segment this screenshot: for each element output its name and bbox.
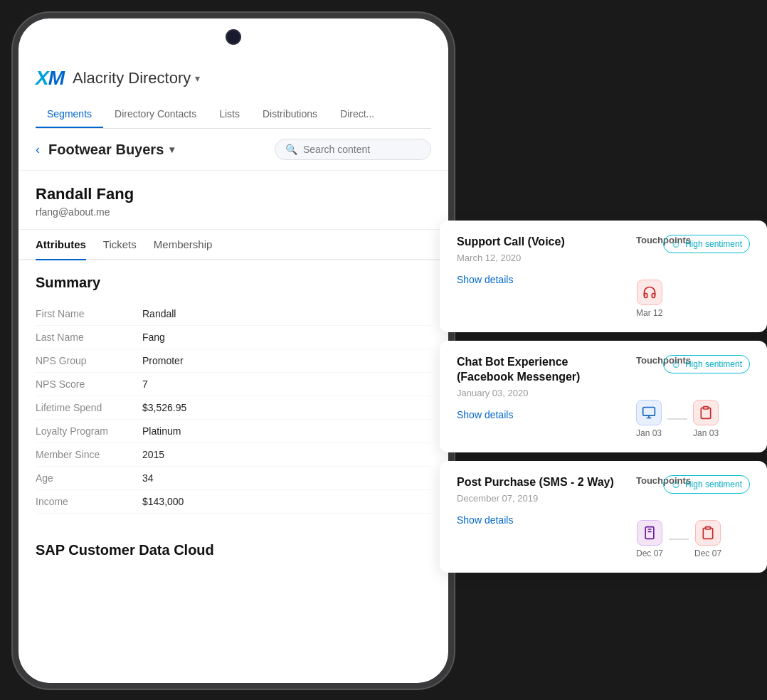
- sentiment-badge-chatbot: ☺ High sentiment: [663, 355, 750, 373]
- journey-card-postpurchase: Post Purchase (SMS - 2 Way) December 07,…: [440, 461, 767, 573]
- tp-date-clipboard-postpurchase: Dec 07: [694, 548, 721, 558]
- tab-distributions[interactable]: Distributions: [251, 101, 329, 128]
- card-title-support: Support Call (Voice): [457, 235, 619, 250]
- phone-shell: XM Alacrity Directory ▾ Segments Directo…: [13, 13, 454, 689]
- tp-item-sms: Dec 07: [636, 520, 663, 558]
- touchpoint-row-chatbot: Jan 03 Jan 03: [636, 400, 719, 438]
- sentiment-icon-support: ☺: [671, 238, 681, 250]
- segment-bar: ‹ Footwear Buyers ▾ 🔍: [18, 129, 448, 171]
- attr-value-firstname: Randall: [142, 308, 176, 319]
- logo-row: XM Alacrity Directory ▾: [36, 67, 431, 90]
- attr-row-npsgroup: NPS Group Promoter: [36, 349, 431, 373]
- back-button[interactable]: ‹: [36, 142, 40, 157]
- summary-section: Summary First Name Randall Last Name Fan…: [18, 260, 448, 528]
- sms-icon: [637, 520, 662, 546]
- tab-direct[interactable]: Direct...: [329, 101, 386, 128]
- attr-value-age: 34: [142, 472, 154, 484]
- card-left-postpurchase: Post Purchase (SMS - 2 Way) December 07,…: [457, 475, 619, 526]
- sentiment-badge-support: ☺ High sentiment: [663, 235, 750, 253]
- attr-row-age: Age 34: [36, 467, 431, 490]
- tp-connector-postpurchase: [669, 539, 689, 540]
- attr-value-membersince: 2015: [142, 449, 164, 460]
- attr-value-npsgroup: Promoter: [142, 355, 184, 366]
- search-icon: 🔍: [285, 144, 297, 155]
- sub-tab-attributes[interactable]: Attributes: [36, 230, 86, 260]
- app-header: XM Alacrity Directory ▾ Segments Directo…: [18, 55, 448, 129]
- attr-label-firstname: First Name: [36, 308, 142, 319]
- card-date-postpurchase: December 07, 2019: [457, 493, 619, 504]
- tab-lists[interactable]: Lists: [208, 101, 251, 128]
- card-left-chatbot: Chat Bot Experience (Facebook Messenger)…: [457, 355, 619, 421]
- sub-tab-tickets[interactable]: Tickets: [103, 230, 137, 260]
- touchpoint-row-support: Mar 12: [636, 280, 662, 318]
- nav-tabs: Segments Directory Contacts Lists Distri…: [36, 101, 431, 129]
- sentiment-text-chatbot: High sentiment: [685, 359, 742, 369]
- app-title-chevron: ▾: [195, 73, 200, 84]
- tp-date-headset: Mar 12: [636, 308, 662, 318]
- card-date-chatbot: January 03, 2020: [457, 388, 619, 398]
- attr-row-firstname: First Name Randall: [36, 302, 431, 326]
- contact-name: Randall Fang: [36, 185, 431, 203]
- journey-card-chatbot: Chat Bot Experience (Facebook Messenger)…: [440, 341, 767, 452]
- tp-item-browser: Jan 03: [636, 400, 662, 438]
- clipboard-icon-postpurchase: [695, 520, 721, 546]
- attr-value-lifetimespend: $3,526.95: [142, 402, 186, 413]
- sentiment-text-support: High sentiment: [685, 239, 742, 249]
- headset-icon: [637, 280, 662, 305]
- svg-rect-0: [643, 408, 655, 416]
- attr-label-npsscore: NPS Score: [36, 378, 142, 390]
- tab-directory-contacts[interactable]: Directory Contacts: [103, 101, 208, 128]
- svg-rect-4: [706, 527, 711, 529]
- phone-camera: [226, 29, 241, 45]
- card-title-postpurchase: Post Purchase (SMS - 2 Way): [457, 475, 619, 490]
- tp-date-clipboard-chatbot: Jan 03: [693, 428, 719, 438]
- tp-item-clipboard-postpurchase: Dec 07: [694, 520, 721, 558]
- attr-label-income: Income: [36, 496, 142, 507]
- sub-tab-membership[interactable]: Membership: [154, 230, 213, 260]
- attr-row-income: Income $143,000: [36, 490, 431, 514]
- card-title-chatbot: Chat Bot Experience (Facebook Messenger): [457, 355, 619, 385]
- browser-icon: [636, 400, 662, 425]
- show-details-support[interactable]: Show details: [457, 274, 513, 285]
- phone-notch: [18, 18, 448, 55]
- phone-content: XM Alacrity Directory ▾ Segments Directo…: [18, 55, 448, 683]
- attr-label-lifetimespend: Lifetime Spend: [36, 402, 142, 413]
- card-date-support: March 12, 2020: [457, 253, 619, 263]
- summary-title: Summary: [36, 275, 431, 291]
- attr-label-loyalty: Loyalty Program: [36, 425, 142, 437]
- segment-name[interactable]: Footwear Buyers ▾: [48, 142, 174, 158]
- attr-value-npsscore: 7: [142, 378, 148, 390]
- clipboard-icon-chatbot: [693, 400, 719, 425]
- tp-item-headset: Mar 12: [636, 280, 662, 318]
- app-title[interactable]: Alacrity Directory ▾: [73, 69, 200, 88]
- show-details-chatbot[interactable]: Show details: [457, 409, 513, 420]
- app-title-text: Alacrity Directory: [73, 69, 191, 88]
- search-box[interactable]: 🔍: [275, 139, 431, 160]
- sub-tabs: Attributes Tickets Membership: [18, 230, 448, 260]
- contact-section: Randall Fang rfang@about.me: [18, 171, 448, 230]
- attr-row-membersince: Member Since 2015: [36, 443, 431, 467]
- card-left-support: Support Call (Voice) March 12, 2020 Show…: [457, 235, 619, 286]
- contact-email: rfang@about.me: [36, 206, 431, 218]
- attr-value-loyalty: Platinum: [142, 425, 181, 437]
- attr-label-npsgroup: NPS Group: [36, 355, 142, 366]
- attr-row-loyalty: Loyalty Program Platinum: [36, 420, 431, 443]
- segment-dropdown-arrow: ▾: [169, 144, 174, 155]
- attr-label-lastname: Last Name: [36, 332, 142, 343]
- sentiment-icon-chatbot: ☺: [671, 359, 681, 370]
- xm-logo: XM: [36, 67, 64, 90]
- attr-row-lifetimespend: Lifetime Spend $3,526.95: [36, 396, 431, 420]
- tab-segments[interactable]: Segments: [36, 101, 103, 128]
- attr-label-age: Age: [36, 472, 142, 484]
- journey-card-support-call: Support Call (Voice) March 12, 2020 Show…: [440, 221, 767, 332]
- card-right-chatbot: Touchpoints ☺ High sentiment Jan 03: [636, 355, 750, 438]
- touchpoint-row-postpurchase: Dec 07 Dec 07: [636, 520, 721, 558]
- search-input[interactable]: [303, 144, 420, 155]
- card-right-postpurchase: Touchpoints ☺ High sentiment Dec 07: [636, 475, 750, 558]
- sentiment-icon-postpurchase: ☺: [671, 479, 681, 490]
- show-details-postpurchase[interactable]: Show details: [457, 514, 513, 526]
- sap-section-title: SAP Customer Data Cloud: [18, 528, 448, 558]
- attr-label-membersince: Member Since: [36, 449, 142, 460]
- sentiment-badge-postpurchase: ☺ High sentiment: [663, 475, 750, 494]
- card-right-support: Touchpoints ☺ High sentiment Mar 12: [636, 235, 750, 318]
